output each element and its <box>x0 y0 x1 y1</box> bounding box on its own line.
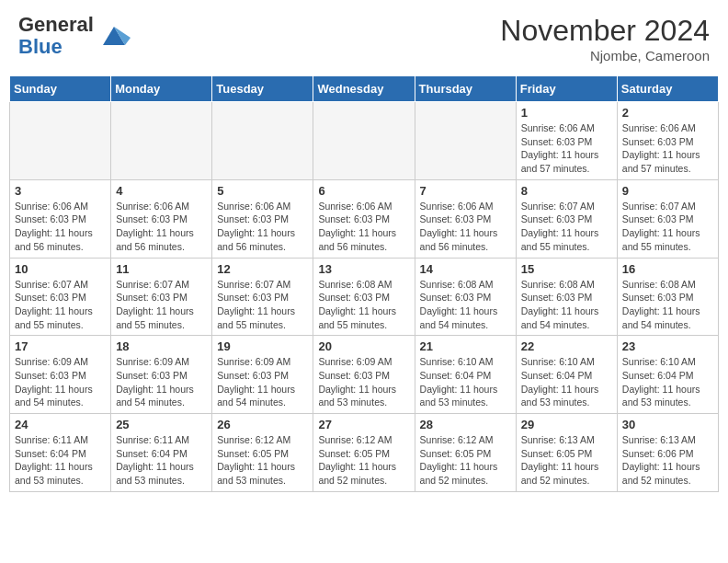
month-title: November 2024 <box>500 14 710 48</box>
sunrise-text: Sunrise: 6:10 AM <box>420 356 494 367</box>
day-number: 11 <box>116 262 207 276</box>
sunrise-text: Sunrise: 6:12 AM <box>318 434 392 445</box>
day-number: 26 <box>217 418 308 431</box>
daylight-text: Daylight: 11 hours and 55 minutes. <box>521 227 599 252</box>
day-info: Sunrise: 6:09 AMSunset: 6:03 PMDaylight:… <box>15 355 106 409</box>
calendar-cell: 3Sunrise: 6:06 AMSunset: 6:03 PMDaylight… <box>10 179 111 258</box>
day-number: 27 <box>318 418 409 431</box>
logo: General Blue <box>18 14 131 58</box>
sunset-text: Sunset: 6:04 PM <box>622 370 694 381</box>
day-number: 9 <box>622 184 713 198</box>
sunset-text: Sunset: 6:03 PM <box>622 136 694 147</box>
calendar-cell: 6Sunrise: 6:06 AMSunset: 6:03 PMDaylight… <box>313 179 415 258</box>
sunset-text: Sunset: 6:03 PM <box>318 213 390 224</box>
sunrise-text: Sunrise: 6:06 AM <box>116 201 189 212</box>
day-info: Sunrise: 6:08 AMSunset: 6:03 PMDaylight:… <box>420 278 511 332</box>
day-number: 22 <box>521 339 612 353</box>
weekday-header-sunday: Sunday <box>10 76 111 102</box>
day-number: 10 <box>15 262 106 276</box>
sunset-text: Sunset: 6:03 PM <box>217 292 289 303</box>
daylight-text: Daylight: 11 hours and 54 minutes. <box>116 384 194 408</box>
daylight-text: Daylight: 11 hours and 57 minutes. <box>622 149 700 174</box>
day-number: 21 <box>420 339 511 353</box>
day-number: 1 <box>521 106 612 120</box>
sunset-text: Sunset: 6:03 PM <box>420 292 492 303</box>
calendar-week-row: 1Sunrise: 6:06 AMSunset: 6:03 PMDaylight… <box>10 102 719 180</box>
calendar-header-row: SundayMondayTuesdayWednesdayThursdayFrid… <box>10 76 719 102</box>
calendar-cell: 4Sunrise: 6:06 AMSunset: 6:03 PMDaylight… <box>111 179 212 258</box>
calendar-cell: 22Sunrise: 6:10 AMSunset: 6:04 PMDayligh… <box>516 336 617 414</box>
sunrise-text: Sunrise: 6:10 AM <box>622 356 696 367</box>
day-info: Sunrise: 6:07 AMSunset: 6:03 PMDaylight:… <box>116 278 207 332</box>
sunset-text: Sunset: 6:03 PM <box>521 213 593 224</box>
calendar-cell: 14Sunrise: 6:08 AMSunset: 6:03 PMDayligh… <box>415 258 516 336</box>
logo-icon <box>97 19 131 52</box>
sunrise-text: Sunrise: 6:09 AM <box>217 356 290 367</box>
daylight-text: Daylight: 11 hours and 55 minutes. <box>318 305 396 330</box>
daylight-text: Daylight: 11 hours and 52 minutes. <box>318 461 396 486</box>
daylight-text: Daylight: 11 hours and 54 minutes. <box>217 384 295 408</box>
calendar-cell: 23Sunrise: 6:10 AMSunset: 6:04 PMDayligh… <box>617 336 718 414</box>
day-info: Sunrise: 6:10 AMSunset: 6:04 PMDaylight:… <box>622 355 713 409</box>
sunset-text: Sunset: 6:03 PM <box>116 292 188 303</box>
sunrise-text: Sunrise: 6:06 AM <box>15 201 88 212</box>
calendar-cell: 13Sunrise: 6:08 AMSunset: 6:03 PMDayligh… <box>313 258 415 336</box>
weekday-header-wednesday: Wednesday <box>313 76 415 102</box>
day-info: Sunrise: 6:09 AMSunset: 6:03 PMDaylight:… <box>116 355 207 409</box>
sunset-text: Sunset: 6:03 PM <box>217 370 289 381</box>
sunrise-text: Sunrise: 6:06 AM <box>318 201 392 212</box>
sunrise-text: Sunrise: 6:06 AM <box>217 201 290 212</box>
sunrise-text: Sunrise: 6:07 AM <box>217 279 290 290</box>
sunset-text: Sunset: 6:04 PM <box>420 370 492 381</box>
calendar-cell: 30Sunrise: 6:13 AMSunset: 6:06 PMDayligh… <box>617 414 718 492</box>
day-number: 3 <box>15 184 106 198</box>
calendar-cell: 18Sunrise: 6:09 AMSunset: 6:03 PMDayligh… <box>111 336 212 414</box>
day-number: 29 <box>521 418 612 431</box>
daylight-text: Daylight: 11 hours and 55 minutes. <box>15 305 93 330</box>
day-info: Sunrise: 6:06 AMSunset: 6:03 PMDaylight:… <box>318 200 409 254</box>
calendar-cell: 12Sunrise: 6:07 AMSunset: 6:03 PMDayligh… <box>212 258 313 336</box>
sunset-text: Sunset: 6:04 PM <box>116 448 188 459</box>
day-info: Sunrise: 6:07 AMSunset: 6:03 PMDaylight:… <box>15 278 106 332</box>
daylight-text: Daylight: 11 hours and 55 minutes. <box>217 305 295 330</box>
day-number: 23 <box>622 339 713 353</box>
daylight-text: Daylight: 11 hours and 54 minutes. <box>521 305 599 330</box>
calendar-cell <box>415 102 516 180</box>
calendar-cell: 5Sunrise: 6:06 AMSunset: 6:03 PMDaylight… <box>212 179 313 258</box>
calendar-cell <box>212 102 313 180</box>
weekday-header-saturday: Saturday <box>617 76 718 102</box>
sunrise-text: Sunrise: 6:09 AM <box>116 356 189 367</box>
sunset-text: Sunset: 6:05 PM <box>420 448 492 459</box>
day-info: Sunrise: 6:11 AMSunset: 6:04 PMDaylight:… <box>15 433 106 488</box>
calendar-week-row: 24Sunrise: 6:11 AMSunset: 6:04 PMDayligh… <box>10 414 719 492</box>
day-info: Sunrise: 6:06 AMSunset: 6:03 PMDaylight:… <box>116 200 207 254</box>
day-info: Sunrise: 6:12 AMSunset: 6:05 PMDaylight:… <box>420 433 511 488</box>
daylight-text: Daylight: 11 hours and 55 minutes. <box>622 227 700 252</box>
daylight-text: Daylight: 11 hours and 56 minutes. <box>15 227 93 252</box>
day-info: Sunrise: 6:08 AMSunset: 6:03 PMDaylight:… <box>318 278 409 332</box>
calendar-cell: 1Sunrise: 6:06 AMSunset: 6:03 PMDaylight… <box>516 102 617 180</box>
calendar-cell: 24Sunrise: 6:11 AMSunset: 6:04 PMDayligh… <box>10 414 111 492</box>
sunrise-text: Sunrise: 6:07 AM <box>521 201 595 212</box>
sunrise-text: Sunrise: 6:06 AM <box>420 201 494 212</box>
sunset-text: Sunset: 6:06 PM <box>622 448 694 459</box>
sunset-text: Sunset: 6:05 PM <box>318 448 390 459</box>
daylight-text: Daylight: 11 hours and 53 minutes. <box>217 461 295 486</box>
sunrise-text: Sunrise: 6:10 AM <box>521 356 595 367</box>
sunrise-text: Sunrise: 6:09 AM <box>15 356 88 367</box>
day-number: 15 <box>521 262 612 276</box>
sunrise-text: Sunrise: 6:08 AM <box>521 279 595 290</box>
sunset-text: Sunset: 6:03 PM <box>116 213 188 224</box>
sunset-text: Sunset: 6:03 PM <box>318 292 390 303</box>
sunset-text: Sunset: 6:03 PM <box>521 292 593 303</box>
day-info: Sunrise: 6:08 AMSunset: 6:03 PMDaylight:… <box>521 278 612 332</box>
sunrise-text: Sunrise: 6:13 AM <box>521 434 595 445</box>
daylight-text: Daylight: 11 hours and 56 minutes. <box>116 227 194 252</box>
sunset-text: Sunset: 6:05 PM <box>217 448 289 459</box>
daylight-text: Daylight: 11 hours and 52 minutes. <box>420 461 498 486</box>
calendar-week-row: 17Sunrise: 6:09 AMSunset: 6:03 PMDayligh… <box>10 336 719 414</box>
sunrise-text: Sunrise: 6:07 AM <box>116 279 189 290</box>
day-number: 7 <box>420 184 511 198</box>
weekday-header-monday: Monday <box>111 76 212 102</box>
sunset-text: Sunset: 6:05 PM <box>521 448 593 459</box>
